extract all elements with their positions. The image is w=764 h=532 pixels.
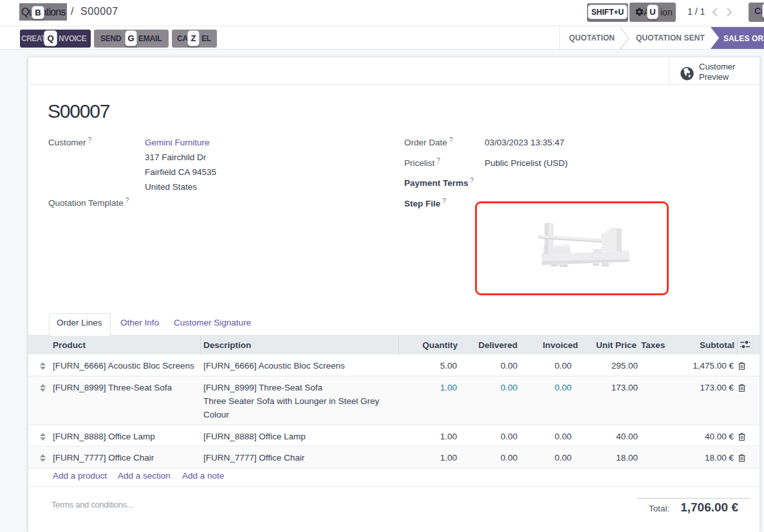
svg-text:SALES ORDE: SALES ORDE [723,34,764,43]
